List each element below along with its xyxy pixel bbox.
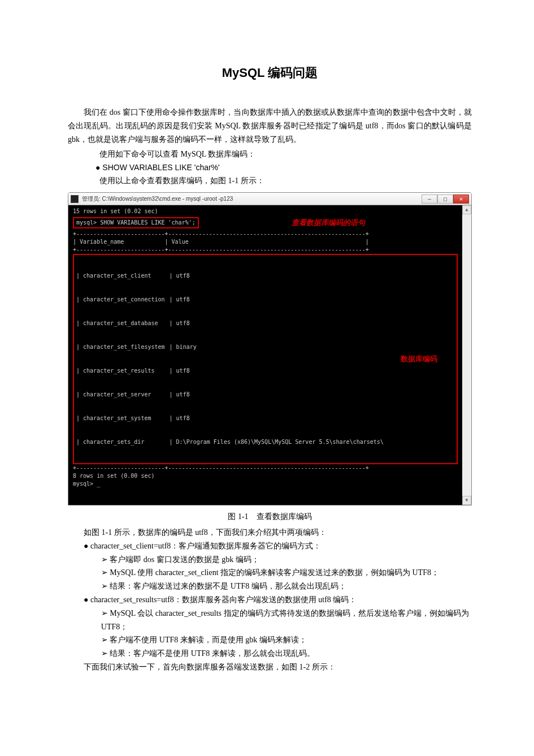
var-row: | character_set_server: [76, 391, 165, 399]
cmd-window: 管理员: C:\Windows\system32\cmd.exe - mysql…: [68, 192, 472, 506]
window-title: 管理员: C:\Windows\system32\cmd.exe - mysql…: [82, 194, 422, 204]
var-row: | character_sets_dir: [76, 438, 165, 446]
query-row: mysql> SHOW VARIABLES LIKE 'char%'; 查看数据…: [73, 217, 458, 229]
cmd-icon: [71, 195, 79, 203]
arrow-results-2: 客户端不使用 UTF8 来解读，而是使用 gbk 编码来解读；: [101, 633, 472, 647]
experiment-para: 下面我们来试验一下，首先向数据库服务器端发送数据，如图 1-2 所示：: [84, 660, 472, 674]
arrow-client-3: 结果：客户端发送过来的数据不是 UTF8 编码，那么就会出现乱码；: [101, 580, 472, 593]
var-row: | character_set_results: [76, 367, 165, 375]
cmd-intro: 使用如下命令可以查看 MySQL 数据库编码：: [84, 148, 472, 161]
intro-paragraph: 我们在 dos 窗口下使用命令操作数据库时，当向数据库中插入的数据或从数据库中查…: [68, 106, 472, 146]
val-row: | utf8: [170, 414, 384, 422]
arrow-client-1: 客户端即 dos 窗口发送的数据是 gbk 编码；: [101, 553, 472, 567]
var-row: | character_set_client: [76, 272, 165, 280]
var-row: | character_set_filesystem: [76, 343, 165, 351]
after-figure-para: 如图 1-1 所示，数据库的编码是 utf8，下面我们来介绍其中两项编码：: [84, 526, 472, 539]
table-sep-1: +--------------------------+------------…: [73, 230, 458, 238]
val-row: | utf8: [170, 272, 384, 280]
scroll-up[interactable]: ▲: [462, 205, 471, 214]
terminal-body: ▲ ▼ 15 rows in set (0.02 sec) mysql> SHO…: [68, 205, 471, 505]
term-footer-rows: 8 rows in set (0.00 sec): [73, 472, 458, 480]
val-row: | utf8: [170, 367, 384, 375]
term-rows-line: 15 rows in set (0.02 sec): [73, 208, 458, 215]
show-variables-command: SHOW VARIABLES LIKE 'char%': [95, 161, 472, 175]
var-row: | character_set_database: [76, 319, 165, 327]
data-annotation: 数据库编码: [401, 353, 437, 365]
variable-values-col: | utf8 | utf8 | utf8 | binary | utf8 | u…: [170, 256, 384, 462]
val-row: | utf8: [170, 296, 384, 304]
arrow-results-3: 结果：客户端不是使用 UTF8 来解读，那么就会出现乱码。: [101, 647, 472, 660]
bullet-client: character_set_client=utf8：客户端通知数据库服务器它的编…: [84, 539, 472, 553]
minimize-button[interactable]: —: [422, 195, 437, 204]
val-row: | binary: [170, 343, 384, 351]
mysql-prompt: mysql> _: [73, 480, 458, 488]
window-buttons: — □ ✕: [422, 195, 469, 204]
close-button[interactable]: ✕: [453, 195, 469, 204]
var-row: | character_set_connection: [76, 296, 165, 304]
variable-names-col: | character_set_client | character_set_c…: [76, 256, 165, 462]
table-sep-3: +--------------------------+------------…: [73, 464, 458, 472]
window-titlebar: 管理员: C:\Windows\system32\cmd.exe - mysql…: [68, 193, 471, 205]
see-figure-text: 使用以上命令查看数据库编码，如图 1-1 所示：: [84, 174, 472, 188]
maximize-button[interactable]: □: [437, 195, 453, 204]
page-title: MySQL 编码问题: [68, 62, 472, 83]
bullet-results: character_set_results=utf8：数据库服务器向客户端发送的…: [84, 593, 472, 607]
table-header: | Variable_name | Value |: [73, 238, 458, 246]
val-row: | utf8: [170, 319, 384, 327]
scroll-down[interactable]: ▼: [462, 496, 471, 505]
val-row: | utf8: [170, 391, 384, 399]
query-annotation: 查看数据库编码的语句: [292, 218, 365, 227]
val-row: | D:\Program Files (x86)\MySQL\MySQL Ser…: [170, 438, 384, 446]
var-row: | character_set_system: [76, 414, 165, 422]
figure-1-1-caption: 图 1-1 查看数据库编码: [68, 510, 472, 524]
query-box: mysql> SHOW VARIABLES LIKE 'char%';: [73, 217, 199, 228]
encoding-data-box: | character_set_client | character_set_c…: [73, 254, 458, 464]
arrow-results-1: MySQL 会以 character_set_results 指定的编码方式将待…: [101, 607, 472, 634]
table-sep-2: +--------------------------+------------…: [73, 246, 458, 254]
arrow-client-2: MySQL 使用 character_set_client 指定的编码来解读客户…: [101, 566, 472, 580]
